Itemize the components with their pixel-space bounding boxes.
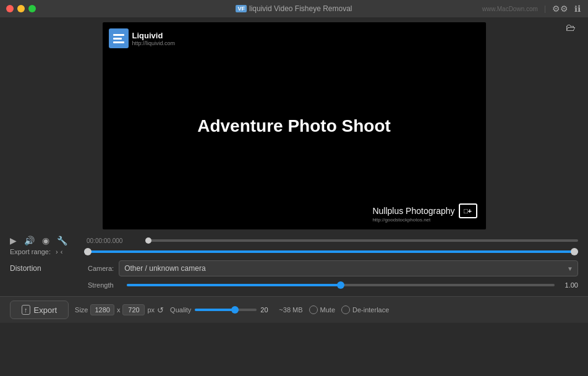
logo-url: http://liquivid.com (132, 40, 176, 46)
quality-fill (195, 309, 235, 311)
settings-icon[interactable]: ⚙ (552, 4, 568, 14)
title-bar-text: VF liquivid Video Fisheye Removal (236, 4, 352, 13)
logo-text: Liquivid http://liquivid.com (132, 31, 176, 46)
camera-select[interactable]: Other / unknown camera GoPro Hero 3 GoPr… (119, 260, 578, 276)
controls-area: ▶ 🔊 ◉ 🔧 00:00:00.000 Export range: › ‹ (0, 232, 588, 296)
deinterlace-label: De-interlace (352, 306, 389, 314)
size-width: 1280 (90, 304, 114, 315)
chevron-left-icon[interactable]: ‹ (61, 248, 63, 255)
quality-bar[interactable] (195, 309, 257, 311)
range-thumb-right[interactable] (571, 248, 578, 255)
progress-thumb[interactable] (145, 237, 151, 244)
export-icon: ↑ (22, 305, 30, 315)
close-button[interactable] (6, 5, 14, 12)
strength-row: Strength 1.00 (10, 281, 578, 289)
camera-select-wrapper: Other / unknown camera GoPro Hero 3 GoPr… (119, 260, 578, 276)
main-content: 🗁 Liquivid http://liquivid.com Advent (0, 17, 588, 376)
chevron-right-icon[interactable]: › (56, 248, 58, 255)
app-title: liquivid Video Fisheye Removal (249, 4, 352, 13)
reset-icon[interactable]: ↺ (157, 306, 164, 315)
play-button[interactable]: ▶ (10, 236, 17, 246)
video-logo: Liquivid http://liquivid.com (109, 28, 176, 48)
strength-bar[interactable] (127, 284, 555, 286)
size-group: Size 1280 x 720 px ↺ (75, 304, 164, 315)
camera-label: Camera: (88, 265, 114, 272)
video-container: Liquivid http://liquivid.com Adventure P… (103, 22, 486, 229)
mute-group: Mute (309, 306, 335, 314)
quality-thumb[interactable] (231, 306, 239, 314)
strength-label: Strength (88, 281, 122, 289)
time-display: 00:00:00.000 (87, 237, 139, 244)
mute-label: Mute (320, 306, 335, 314)
file-size: ~38 MB (279, 306, 302, 314)
playback-icons: ▶ 🔊 ◉ 🔧 (10, 236, 78, 246)
title-bar: VF liquivid Video Fisheye Removal www.Ma… (0, 0, 588, 17)
minimize-button[interactable] (17, 5, 25, 12)
export-label: Export (34, 306, 58, 315)
deinterlace-group: De-interlace (341, 306, 389, 314)
video-area: 🗁 Liquivid http://liquivid.com Advent (0, 17, 588, 232)
logo-icon (109, 28, 129, 48)
camera-group: Camera: Other / unknown camera GoPro Her… (88, 260, 578, 276)
export-range-label: Export range: › ‹ (10, 248, 78, 255)
eye-button[interactable]: ◉ (42, 236, 49, 246)
strength-fill (127, 284, 341, 286)
playback-row: ▶ 🔊 ◉ 🔧 00:00:00.000 (10, 236, 578, 246)
strength-group: Strength 1.00 (88, 281, 578, 289)
strength-thumb[interactable] (337, 281, 344, 289)
mute-checkbox[interactable] (309, 306, 318, 314)
size-label: Size (75, 306, 88, 314)
title-bar-actions: www.MacDown.com | ⚙ ℹ (482, 4, 581, 14)
video-title: Adventure Photo Shoot (197, 116, 391, 136)
watermark-sub: http://goodstockphotos.net (372, 217, 430, 223)
maximize-button[interactable] (28, 5, 36, 12)
px-label: px (147, 306, 155, 314)
logo-name: Liquivid (132, 31, 176, 40)
video-watermark: Nullplus Photography http://goodstockpho… (372, 203, 477, 218)
watermark-text: www.MacDown.com (482, 6, 538, 12)
range-thumb-left[interactable] (84, 248, 92, 255)
separator: | (544, 4, 546, 13)
distortion-label: Distortion (10, 264, 78, 273)
bottom-bar: ↑ Export Size 1280 x 720 px ↺ Quality 20… (0, 296, 588, 323)
distortion-row: Distortion Camera: Other / unknown camer… (10, 260, 578, 276)
progress-bar[interactable] (145, 239, 578, 242)
quality-value: 20 (260, 306, 273, 314)
size-height: 720 (122, 304, 145, 315)
export-button[interactable]: ↑ Export (10, 301, 69, 319)
quality-group: Quality 20 (170, 306, 273, 314)
watermark-badge-icon: □+ (459, 203, 477, 218)
size-x: x (117, 306, 121, 314)
folder-btn[interactable]: 🗁 (566, 22, 576, 33)
info-icon[interactable]: ℹ (574, 4, 581, 14)
export-range-row: Export range: › ‹ (10, 248, 578, 255)
volume-button[interactable]: 🔊 (24, 236, 35, 246)
export-range-bar[interactable] (84, 250, 578, 253)
wrench-button[interactable]: 🔧 (57, 236, 67, 246)
watermark-brand: Nullplus Photography (372, 206, 454, 216)
deinterlace-checkbox[interactable] (341, 306, 350, 314)
strength-value: 1.00 (560, 281, 578, 289)
traffic-lights (6, 5, 36, 12)
quality-label: Quality (170, 306, 191, 314)
title-badge: VF (236, 5, 247, 12)
